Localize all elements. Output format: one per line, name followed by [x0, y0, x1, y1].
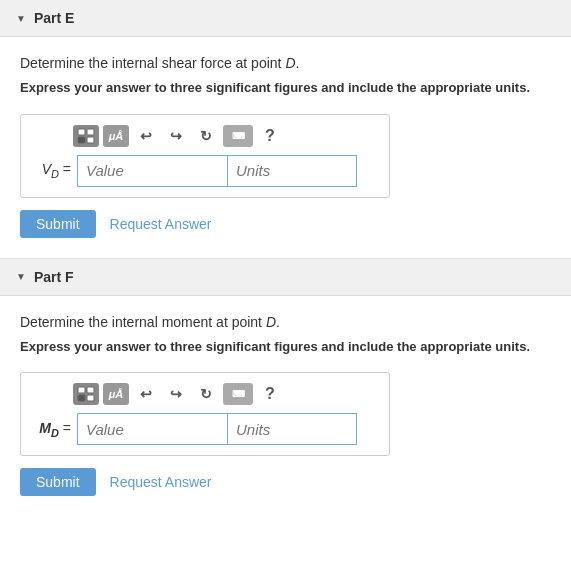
- part-f-description: Determine the internal moment at point D…: [20, 312, 551, 333]
- svg-rect-3: [87, 137, 94, 143]
- svg-rect-6: [78, 395, 85, 401]
- part-f-input-row: MD =: [33, 413, 377, 445]
- part-f-matrix-icon-button[interactable]: [73, 383, 99, 405]
- part-f-answer-box: μÅ ↩ ↪ ↻ ⌨ ? MD =: [20, 372, 390, 456]
- part-f-instruction: Express your answer to three significant…: [20, 337, 551, 357]
- part-e-section: ▼ Part E Determine the internal shear fo…: [0, 0, 571, 258]
- refresh-button[interactable]: ↻: [193, 125, 219, 147]
- part-e-answer-box: μÅ ↩ ↪ ↻ ⌨ ? VD =: [20, 114, 390, 198]
- part-f-value-input[interactable]: [77, 413, 227, 445]
- help-button[interactable]: ?: [257, 125, 283, 147]
- redo-button[interactable]: ↪: [163, 125, 189, 147]
- part-e-header: ▼ Part E: [0, 0, 571, 37]
- part-e-collapse-arrow[interactable]: ▼: [16, 13, 26, 24]
- part-e-instruction: Express your answer to three significant…: [20, 78, 551, 98]
- undo-button[interactable]: ↩: [133, 125, 159, 147]
- part-f-keyboard-button[interactable]: ⌨: [223, 383, 253, 405]
- part-f-variable-label: MD =: [33, 420, 71, 439]
- svg-rect-7: [87, 395, 94, 401]
- part-f-redo-button[interactable]: ↪: [163, 383, 189, 405]
- part-f-help-button[interactable]: ?: [257, 383, 283, 405]
- part-f-submit-button[interactable]: Submit: [20, 468, 96, 496]
- part-e-units-input[interactable]: [227, 155, 357, 187]
- part-e-input-row: VD =: [33, 155, 377, 187]
- mu-icon-button[interactable]: μÅ: [103, 125, 129, 147]
- part-f-mu-icon-button[interactable]: μÅ: [103, 383, 129, 405]
- keyboard-button[interactable]: ⌨: [223, 125, 253, 147]
- part-f-section: ▼ Part F Determine the internal moment a…: [0, 259, 571, 517]
- part-f-units-input[interactable]: [227, 413, 357, 445]
- svg-rect-5: [87, 387, 94, 393]
- part-e-action-row: Submit Request Answer: [20, 210, 551, 238]
- part-f-body: Determine the internal moment at point D…: [0, 296, 571, 517]
- matrix-icon-button[interactable]: [73, 125, 99, 147]
- part-e-title: Part E: [34, 10, 74, 26]
- svg-rect-0: [78, 129, 85, 135]
- part-e-submit-button[interactable]: Submit: [20, 210, 96, 238]
- part-f-request-answer-link[interactable]: Request Answer: [110, 474, 212, 490]
- part-f-action-row: Submit Request Answer: [20, 468, 551, 496]
- svg-rect-2: [78, 137, 85, 143]
- part-f-toolbar: μÅ ↩ ↪ ↻ ⌨ ?: [33, 383, 377, 405]
- part-f-title: Part F: [34, 269, 74, 285]
- part-e-value-input[interactable]: [77, 155, 227, 187]
- part-e-body: Determine the internal shear force at po…: [0, 37, 571, 258]
- part-e-request-answer-link[interactable]: Request Answer: [110, 216, 212, 232]
- part-f-header: ▼ Part F: [0, 259, 571, 296]
- part-f-undo-button[interactable]: ↩: [133, 383, 159, 405]
- svg-rect-1: [87, 129, 94, 135]
- part-e-description: Determine the internal shear force at po…: [20, 53, 551, 74]
- svg-rect-4: [78, 387, 85, 393]
- part-f-refresh-button[interactable]: ↻: [193, 383, 219, 405]
- part-f-collapse-arrow[interactable]: ▼: [16, 271, 26, 282]
- part-e-toolbar: μÅ ↩ ↪ ↻ ⌨ ?: [33, 125, 377, 147]
- part-e-variable-label: VD =: [33, 161, 71, 180]
